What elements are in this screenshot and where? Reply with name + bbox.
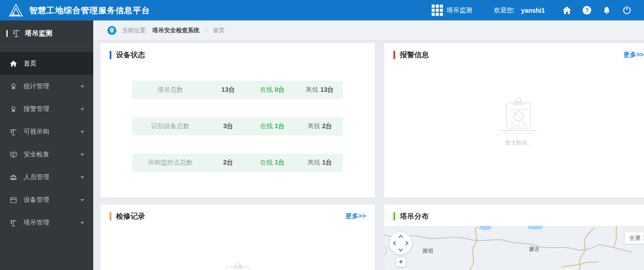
sidebar-item-statistics[interactable]: 统计管理 bbox=[0, 75, 93, 98]
no-data-clipboard-icon bbox=[497, 96, 540, 135]
sidebar: 塔吊监测 首页 统计管理 报警管理 bbox=[0, 20, 93, 270]
status-row-cranes: 塔吊总数 13台 在线0台 离线13台 bbox=[132, 81, 343, 99]
home-icon[interactable] bbox=[557, 0, 577, 20]
help-icon[interactable]: ? bbox=[577, 0, 597, 20]
status-online: 在线1台 bbox=[248, 159, 297, 167]
sidebar-header-bar bbox=[6, 30, 8, 37]
sidebar-title: 塔吊监测 bbox=[25, 29, 52, 38]
tower-crane-icon bbox=[9, 128, 18, 136]
sidebar-item-label: 首页 bbox=[24, 60, 36, 68]
accent-bar bbox=[393, 212, 395, 220]
sidebar-item-safety-check[interactable]: 安全检查 bbox=[0, 143, 93, 166]
apps-grid-icon bbox=[432, 5, 443, 16]
pan-up-icon[interactable] bbox=[398, 235, 403, 238]
breadcrumb-current: 首页 bbox=[213, 26, 225, 35]
medal-icon bbox=[9, 105, 18, 114]
chevron-down-icon bbox=[80, 176, 84, 179]
pan-down-icon[interactable] bbox=[398, 248, 403, 252]
pan-right-icon[interactable] bbox=[405, 240, 409, 246]
pan-left-icon[interactable] bbox=[392, 240, 396, 246]
status-label: 吊钩监控点总数 bbox=[132, 159, 208, 167]
chevron-down-icon bbox=[80, 108, 84, 110]
location-pin-icon bbox=[107, 25, 117, 35]
status-total: 13台 bbox=[208, 86, 248, 94]
map-zoom-in-button[interactable]: + bbox=[396, 257, 406, 267]
crane-distribution-card: 塔吊分布 斯坦 蒙古 bbox=[384, 205, 644, 270]
map-fullscreen-button[interactable]: 全屏 bbox=[624, 232, 644, 244]
status-total: 3台 bbox=[208, 122, 248, 130]
sidebar-item-label: 设备管理 bbox=[24, 196, 49, 204]
status-offline: 离线1台 bbox=[297, 159, 343, 167]
maintenance-empty-state bbox=[101, 260, 375, 270]
accent-bar bbox=[393, 51, 395, 59]
username[interactable]: yanshi1 bbox=[521, 7, 545, 14]
app-switcher-label: 塔吊监测 bbox=[447, 6, 472, 15]
sidebar-nav: 首页 统计管理 报警管理 可视吊钩 bbox=[0, 52, 93, 234]
map-zoom-slider[interactable] bbox=[399, 267, 402, 270]
sidebar-item-equipment[interactable]: 设备管理 bbox=[0, 189, 93, 211]
status-total: 2台 bbox=[208, 159, 248, 167]
map-pan-control[interactable] bbox=[389, 231, 413, 255]
card-title: 塔吊分布 bbox=[400, 211, 429, 221]
alarm-more-link[interactable]: 更多>> bbox=[624, 51, 644, 59]
sidebar-item-label: 人员管理 bbox=[24, 173, 49, 181]
status-row-hook-monitor: 吊钩监控点总数 2台 在线1台 离线1台 bbox=[132, 154, 343, 172]
accent-bar bbox=[110, 51, 111, 59]
crane-map[interactable]: 斯坦 蒙古 + 全屏 bbox=[384, 226, 644, 270]
panel-icon bbox=[9, 196, 18, 205]
power-icon[interactable] bbox=[617, 0, 637, 20]
device-status-card: 设备状态 塔吊总数 13台 在线0台 离线13台 识别设备总数 3台 在线1台 … bbox=[101, 43, 375, 197]
fullscreen-label: 全屏 bbox=[629, 234, 641, 242]
chevron-down-icon bbox=[80, 222, 84, 224]
maintenance-more-link[interactable]: 更多>> bbox=[346, 212, 366, 220]
sidebar-header: 塔吊监测 bbox=[0, 20, 93, 46]
monitor-icon bbox=[9, 150, 18, 159]
map-label-west: 斯坦 bbox=[423, 247, 433, 255]
map-label-center: 蒙古 bbox=[529, 245, 540, 253]
tower-crane-icon bbox=[9, 219, 18, 227]
chevron-down-icon bbox=[80, 131, 84, 133]
status-offline: 离线13台 bbox=[297, 86, 343, 94]
sidebar-item-visual-hook[interactable]: 可视吊钩 bbox=[0, 120, 93, 143]
chevron-down-icon bbox=[80, 85, 84, 88]
card-title: 检修记录 bbox=[116, 211, 145, 221]
sidebar-item-alarm[interactable]: 报警管理 bbox=[0, 98, 93, 120]
card-header: 报警信息 更多>> bbox=[384, 43, 644, 60]
accent-bar bbox=[110, 212, 111, 220]
breadcrumb-separator: / bbox=[206, 27, 207, 34]
platform-logo-icon bbox=[7, 3, 25, 18]
sidebar-item-label: 报警管理 bbox=[24, 105, 49, 113]
breadcrumb-prefix: 当前位置: bbox=[122, 26, 147, 35]
sidebar-item-home[interactable]: 首页 bbox=[0, 52, 93, 75]
no-data-clipboard-icon bbox=[216, 260, 260, 270]
card-header: 检修记录 更多>> bbox=[101, 205, 375, 221]
card-header: 塔吊分布 bbox=[384, 205, 644, 221]
maintenance-card: 检修记录 更多>> bbox=[101, 205, 375, 270]
sidebar-item-personnel[interactable]: 人员管理 bbox=[0, 166, 93, 189]
chevron-down-icon bbox=[80, 154, 84, 156]
top-bar: 智慧工地综合管理服务信息平台 塔吊监测 欢迎您: yanshi1 ? bbox=[0, 0, 644, 20]
chevron-down-icon bbox=[80, 199, 84, 201]
status-online: 在线0台 bbox=[248, 86, 297, 94]
platform-title: 智慧工地综合管理服务信息平台 bbox=[29, 5, 150, 16]
home-icon bbox=[9, 60, 18, 68]
welcome-label: 欢迎您: bbox=[494, 6, 515, 15]
device-status-rows: 塔吊总数 13台 在线0台 离线13台 识别设备总数 3台 在线1台 离线2台 … bbox=[101, 60, 375, 172]
sidebar-item-label: 统计管理 bbox=[24, 82, 49, 90]
medal-icon bbox=[9, 82, 18, 91]
sidebar-item-label: 可视吊钩 bbox=[24, 128, 49, 136]
status-row-recognition: 识别设备总数 3台 在线1台 离线2台 bbox=[132, 117, 343, 135]
svg-text:?: ? bbox=[585, 7, 589, 14]
sidebar-item-label: 塔吊管理 bbox=[24, 219, 49, 227]
bell-icon[interactable] bbox=[597, 0, 617, 20]
app-switcher[interactable]: 塔吊监测 bbox=[432, 5, 472, 16]
alarm-info-card: 报警信息 更多>> bbox=[384, 43, 644, 197]
empty-text: 暂无数据... bbox=[505, 139, 532, 147]
breadcrumb-system[interactable]: 塔吊安全检查系统 bbox=[152, 26, 200, 35]
tower-crane-icon bbox=[12, 29, 21, 38]
card-title: 设备状态 bbox=[116, 50, 145, 60]
people-icon bbox=[9, 173, 18, 182]
sidebar-item-crane-mgmt[interactable]: 塔吊管理 bbox=[0, 211, 93, 234]
card-header: 设备状态 bbox=[101, 43, 375, 60]
status-online: 在线1台 bbox=[248, 122, 297, 130]
